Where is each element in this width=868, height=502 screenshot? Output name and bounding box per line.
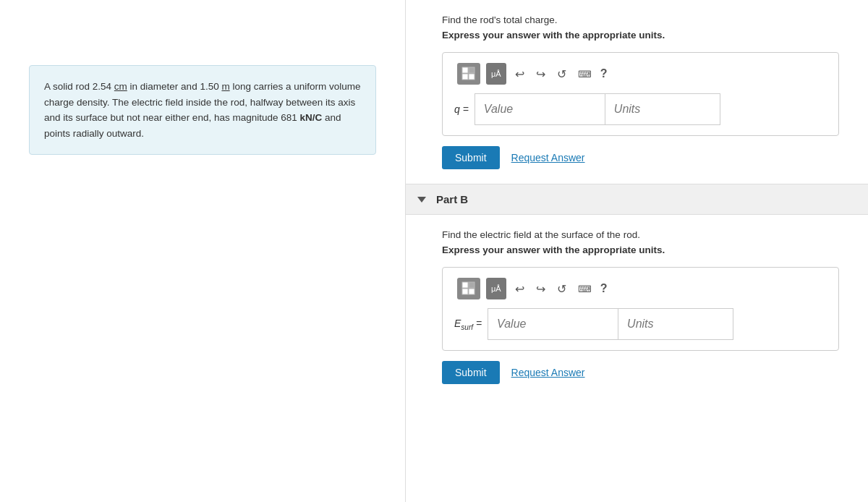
part-b-section: Find the electric field at the surface o… [442,229,839,384]
part-a-instruction1: Find the rod's total charge. [442,14,839,25]
part-a-help-button[interactable]: ? [600,67,608,80]
part-b-value-input[interactable] [488,308,618,340]
part-b-action-row: Submit Request Answer [442,361,839,384]
part-a-mua-button[interactable]: μÅ [486,63,506,85]
part-a-matrix-button[interactable] [457,63,480,85]
part-a-units-input[interactable] [605,93,720,125]
redo-icon: ↪ [536,68,545,80]
part-b-keyboard-button[interactable]: ⌨ [575,281,595,297]
part-a-request-answer-link[interactable]: Request Answer [511,152,585,163]
part-b-mua-button[interactable]: μÅ [486,278,506,299]
svg-rect-6 [462,289,468,294]
keyboard-icon: ⌨ [578,69,592,80]
part-a-label: q = [454,103,469,115]
matrix-icon-b [461,281,476,296]
part-a-answer-box: μÅ ↩ ↪ ↺ ⌨ [442,52,839,136]
chevron-down-icon [417,197,426,203]
part-b-submit-button[interactable]: Submit [442,361,500,384]
unit-cm: cm [114,81,127,92]
svg-rect-5 [469,282,475,288]
svg-rect-4 [462,282,468,288]
part-a-input-row: q = [454,93,827,125]
svg-rect-1 [469,67,475,73]
right-panel: Find the rod's total charge. Express you… [406,0,868,502]
part-b-redo-button[interactable]: ↪ [533,281,548,297]
part-a-value-input[interactable] [475,93,605,125]
part-b-instruction2: Express your answer with the appropriate… [442,244,839,255]
unit-m: m [221,81,229,92]
mua-label-b: μÅ [491,284,501,293]
part-a-toolbar: μÅ ↩ ↪ ↺ ⌨ [454,63,827,85]
part-b-label: Esurf = [454,318,482,331]
part-a-undo-button[interactable]: ↩ [512,66,527,82]
question-icon-b: ? [600,282,608,294]
part-b-help-button[interactable]: ? [600,282,608,295]
svg-rect-2 [462,74,468,80]
part-b-refresh-button[interactable]: ↺ [554,281,569,297]
part-b-label-sub: surf [461,323,473,331]
part-a-redo-button[interactable]: ↪ [533,66,548,82]
part-b-header[interactable]: Part B [406,184,868,215]
part-b-request-answer-link[interactable]: Request Answer [511,367,585,378]
problem-statement: A solid rod 2.54 cm in diameter and 1.50… [29,65,376,155]
part-a-section: Find the rod's total charge. Express you… [442,14,839,169]
part-b-header-label: Part B [436,193,468,205]
part-a-instruction2: Express your answer with the appropriate… [442,30,839,41]
left-panel: A solid rod 2.54 cm in diameter and 1.50… [0,0,405,502]
part-b-toolbar: μÅ ↩ ↪ ↺ ⌨ ? [454,278,827,299]
part-a-keyboard-button[interactable]: ⌨ [575,66,595,82]
part-b-instruction1: Find the electric field at the surface o… [442,229,839,240]
refresh-icon-b: ↺ [557,283,566,295]
svg-rect-7 [469,289,475,294]
question-icon: ? [600,67,608,80]
part-a-action-row: Submit Request Answer [442,146,839,169]
mua-label: μÅ [491,69,501,78]
keyboard-icon-b: ⌨ [578,284,592,294]
matrix-icon [461,67,476,81]
part-b-units-input[interactable] [618,308,733,340]
refresh-icon: ↺ [557,68,566,80]
undo-icon: ↩ [515,68,524,80]
part-b-undo-button[interactable]: ↩ [512,281,527,297]
part-b-answer-box: μÅ ↩ ↪ ↺ ⌨ ? [442,267,839,351]
part-a-submit-button[interactable]: Submit [442,146,500,169]
redo-icon-b: ↪ [536,283,545,295]
problem-text: A solid rod 2.54 cm in diameter and 1.50… [44,81,361,139]
svg-rect-3 [469,74,475,80]
undo-icon-b: ↩ [515,283,524,295]
bold-unit-kn: kN/C [300,112,323,123]
svg-rect-0 [462,67,468,73]
part-b-matrix-button[interactable] [457,278,480,299]
part-b-input-row: Esurf = [454,308,827,340]
part-a-refresh-button[interactable]: ↺ [554,66,569,82]
